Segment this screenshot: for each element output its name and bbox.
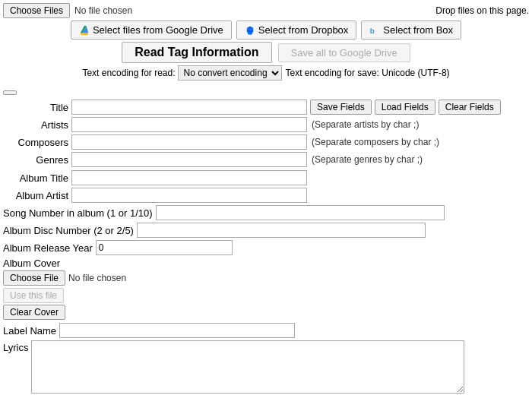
disc-number-label: Album Disc Number (2 or 2/5) [3,225,134,236]
album-title-input[interactable] [71,170,307,185]
composers-hint: (Separate composers by char ;) [312,137,439,147]
box-button[interactable]: b Select from Box [361,21,461,40]
genres-label: Genres [3,154,71,166]
google-drive-icon [79,25,90,36]
label-name-label: Label Name [3,325,56,337]
dropbox-label: Select from Dropbox [258,24,349,36]
load-fields-button[interactable]: Load Fields [375,100,435,115]
use-this-file-button[interactable]: Use this file [3,288,64,303]
composers-input[interactable] [71,134,307,150]
encoding-save-label: Text encoding for save: Unicode (UTF-8) [285,68,449,78]
disc-number-input[interactable] [137,223,426,238]
save-tags-button[interactable] [3,90,17,95]
artists-hint: (Separate artists by char ;) [312,119,419,130]
box-icon: b [369,25,380,36]
clear-cover-button[interactable]: Clear Cover [3,305,65,320]
box-label: Select from Box [383,24,453,36]
label-name-input[interactable] [59,323,295,338]
composers-label: Composers [3,137,71,148]
artists-label: Artists [3,119,71,131]
encoding-read-label: Text encoding for read: [82,68,175,78]
release-year-label: Album Release Year [3,242,93,254]
genres-hint: (Separate genres by char ;) [312,154,423,165]
lyrics-label: Lyrics [3,342,28,353]
lyrics-textarea[interactable] [31,340,464,394]
no-file-chosen-text: No file chosen [74,5,132,16]
read-tag-button[interactable]: Read Tag Information [122,42,271,63]
choose-files-button[interactable]: Choose Files [3,3,70,18]
save-fields-button[interactable]: Save Fields [310,100,372,115]
release-year-input[interactable] [96,240,233,255]
google-drive-label: Select files from Google Drive [93,24,223,36]
song-number-input[interactable] [156,205,445,220]
album-title-label: Album Title [3,172,71,184]
artists-input[interactable] [71,117,307,132]
dropbox-button[interactable]: Select from Dropbox [236,21,357,40]
album-artist-label: Album Artist [3,190,71,201]
encoding-select[interactable]: No convert encoding [178,65,282,81]
genres-input[interactable] [71,152,307,167]
title-label: Title [3,102,71,113]
dropbox-icon [245,25,255,36]
title-input[interactable] [71,100,307,115]
clear-fields-button[interactable]: Clear Fields [439,100,501,115]
save-all-button[interactable]: Save all to Google Drive [278,43,410,62]
album-artist-input[interactable] [71,188,307,203]
song-number-label: Song Number in album (1 or 1/10) [3,207,153,219]
svg-text:b: b [370,26,375,34]
drop-text: Drop files on this page. [435,5,529,16]
cover-no-file-text: No file chosen [68,273,126,283]
choose-file-button[interactable]: Choose File [3,270,65,286]
google-drive-button[interactable]: Select files from Google Drive [71,21,232,40]
album-cover-label: Album Cover [3,258,529,269]
svg-marker-2 [81,33,89,35]
